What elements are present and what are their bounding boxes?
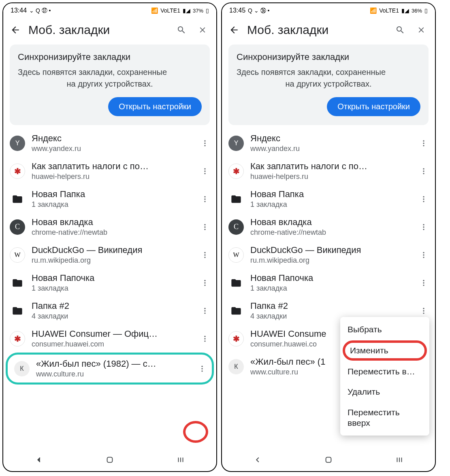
battery-text: 36% bbox=[412, 8, 422, 14]
bookmark-list[interactable]: YЯндексwww.yandex.ru✱Как заплатить налог… bbox=[3, 129, 216, 450]
bookmark-item[interactable]: WDuckDuckGo — Википедияru.m.wikipedia.or… bbox=[222, 241, 435, 269]
svg-point-26 bbox=[201, 370, 203, 372]
more-options-button[interactable] bbox=[197, 219, 213, 235]
svg-point-43 bbox=[423, 280, 424, 281]
context-menu-item[interactable]: Удалить bbox=[340, 382, 429, 402]
context-menu-item[interactable]: Переместить в… bbox=[340, 361, 429, 382]
bookmark-item[interactable]: CНовая вкладкаchrome-native://newtab bbox=[3, 213, 216, 241]
svg-point-8 bbox=[204, 201, 205, 202]
more-options-button[interactable] bbox=[416, 219, 432, 235]
nav-home-icon[interactable] bbox=[105, 455, 114, 466]
svg-point-20 bbox=[204, 312, 205, 314]
svg-point-0 bbox=[204, 140, 205, 141]
more-options-button[interactable] bbox=[197, 331, 213, 347]
status-indicators: Q ⌄ ㊱ • bbox=[248, 7, 269, 14]
svg-point-4 bbox=[204, 170, 205, 172]
nav-back-icon[interactable] bbox=[34, 455, 43, 466]
bookmark-subtitle: huawei-helpers.ru bbox=[250, 172, 409, 181]
svg-point-42 bbox=[423, 257, 424, 258]
close-button[interactable] bbox=[413, 22, 429, 38]
folder-icon bbox=[228, 303, 244, 319]
bookmark-title: Новая Папочка bbox=[32, 273, 190, 283]
sync-title: Синхронизируйте закладки bbox=[18, 52, 202, 62]
bookmark-title: Яндекс bbox=[250, 133, 409, 144]
bookmark-subtitle: huawei-helpers.ru bbox=[32, 172, 190, 181]
context-menu-item[interactable]: Переместить вверх bbox=[340, 402, 429, 434]
svg-point-17 bbox=[204, 285, 205, 286]
bookmark-item[interactable]: Новая Папочка1 закладка bbox=[3, 269, 216, 297]
sync-title: Синхронизируйте закладки bbox=[237, 52, 420, 62]
open-settings-button[interactable]: Открыть настройки bbox=[108, 97, 202, 116]
volte-indicator: VoLTE1 bbox=[160, 7, 180, 14]
bookmark-title: Как заплатить налоги с по… bbox=[32, 161, 190, 172]
bookmark-item[interactable]: WDuckDuckGo — Википедияru.m.wikipedia.or… bbox=[3, 241, 216, 269]
context-menu-item[interactable]: Выбрать bbox=[340, 319, 429, 340]
svg-rect-27 bbox=[107, 457, 113, 463]
search-button[interactable] bbox=[392, 22, 408, 38]
svg-rect-55 bbox=[326, 457, 331, 463]
bookmark-item[interactable]: Новая Папка1 закладка bbox=[3, 185, 216, 213]
page-title: Моб. закладки bbox=[28, 23, 168, 37]
status-bar: 13:45 Q ⌄ ㊱ • 📶 VoLTE1 ▮◢ 36% ▯ bbox=[222, 3, 435, 18]
svg-point-25 bbox=[201, 368, 203, 369]
favicon: C bbox=[10, 219, 25, 235]
sync-promo-card: Синхронизируйте закладки Здесь появятся … bbox=[228, 45, 429, 125]
open-settings-button[interactable]: Открыть настройки bbox=[327, 97, 420, 116]
bookmark-item[interactable]: ✱Как заплатить налоги с по…huawei-helper… bbox=[3, 157, 216, 185]
bookmark-item[interactable]: Новая Папочка1 закладка bbox=[222, 269, 435, 297]
back-button[interactable] bbox=[7, 22, 23, 38]
bookmark-title: Папка #2 bbox=[250, 301, 409, 311]
nav-recent-icon[interactable] bbox=[395, 455, 404, 466]
bookmark-item[interactable]: YЯндексwww.yandex.ru bbox=[3, 129, 216, 157]
bookmark-subtitle: www.yandex.ru bbox=[32, 144, 190, 153]
bookmark-title: Новая Папочка bbox=[250, 273, 409, 283]
favicon: ✱ bbox=[10, 331, 25, 346]
svg-point-14 bbox=[204, 257, 205, 258]
bookmark-item[interactable]: CНовая вкладкаchrome-native://newtab bbox=[222, 213, 435, 241]
more-options-button[interactable] bbox=[416, 163, 432, 179]
bookmark-title: Яндекс bbox=[32, 133, 190, 144]
bookmark-item[interactable]: К«Жил-был пес» (1982) — с…www.culture.ru bbox=[12, 357, 211, 380]
bookmark-item[interactable]: Папка #24 закладки bbox=[3, 297, 216, 325]
bookmark-title: Новая вкладка bbox=[32, 217, 190, 227]
svg-point-33 bbox=[423, 173, 424, 174]
folder-icon bbox=[10, 275, 25, 291]
svg-point-24 bbox=[201, 366, 203, 367]
svg-point-1 bbox=[204, 142, 205, 144]
nav-recent-icon[interactable] bbox=[176, 455, 185, 466]
back-button[interactable] bbox=[226, 22, 242, 38]
bookmark-item[interactable]: Новая Папка1 закладка bbox=[222, 185, 435, 213]
more-options-button[interactable] bbox=[197, 275, 213, 291]
more-options-button[interactable] bbox=[197, 247, 213, 263]
close-button[interactable] bbox=[194, 22, 211, 38]
nav-home-icon[interactable] bbox=[324, 455, 333, 466]
search-button[interactable] bbox=[173, 22, 190, 38]
favicon: ✱ bbox=[228, 331, 244, 346]
bookmark-item[interactable]: ✱HUAWEI Consumer — Офиц…consumer.huawei.… bbox=[3, 325, 216, 353]
more-options-button[interactable] bbox=[416, 303, 432, 319]
favicon: ✱ bbox=[228, 164, 244, 179]
favicon: Y bbox=[228, 136, 244, 151]
more-options-button[interactable] bbox=[197, 163, 213, 179]
more-options-button[interactable] bbox=[197, 135, 213, 151]
more-options-button[interactable] bbox=[197, 303, 213, 319]
more-options-button[interactable] bbox=[194, 361, 210, 377]
bookmark-title: Папка #2 bbox=[32, 301, 190, 311]
bookmark-subtitle: www.culture.ru bbox=[36, 370, 188, 378]
nav-back-icon[interactable] bbox=[253, 455, 262, 466]
context-menu-item-highlighted[interactable]: Изменить bbox=[343, 340, 427, 361]
more-options-button[interactable] bbox=[416, 247, 432, 263]
bookmark-title: «Жил-был пес» (1982) — с… bbox=[36, 359, 188, 369]
bookmark-item[interactable]: ✱Как заплатить налоги с по…huawei-helper… bbox=[222, 157, 435, 185]
more-options-button[interactable] bbox=[416, 191, 432, 207]
favicon: ✱ bbox=[10, 164, 25, 179]
bookmark-subtitle: 1 закладка bbox=[32, 284, 190, 293]
context-menu: ВыбратьИзменитьПереместить в…УдалитьПере… bbox=[340, 317, 429, 436]
more-options-button[interactable] bbox=[416, 135, 432, 151]
svg-point-30 bbox=[423, 145, 424, 146]
svg-point-6 bbox=[204, 196, 205, 197]
app-header: Моб. закладки bbox=[222, 18, 435, 42]
bookmark-item[interactable]: YЯндексwww.yandex.ru bbox=[222, 129, 435, 157]
more-options-button[interactable] bbox=[416, 275, 432, 291]
more-options-button[interactable] bbox=[197, 191, 213, 207]
